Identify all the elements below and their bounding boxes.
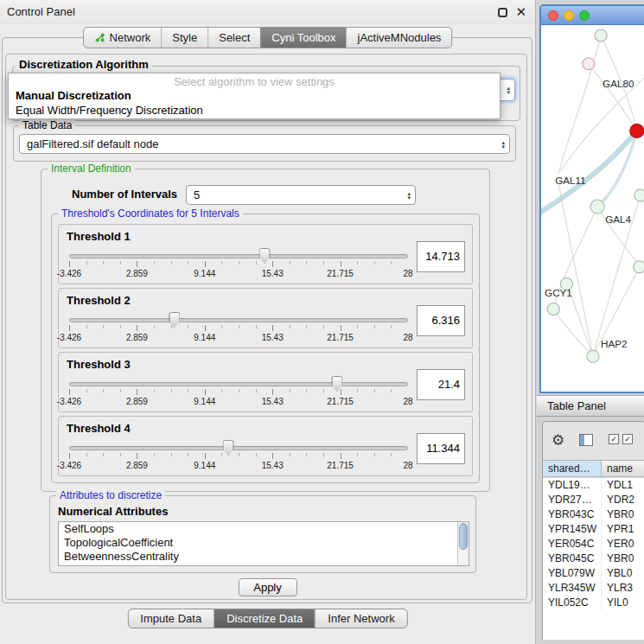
node[interactable] — [595, 29, 607, 41]
cell[interactable]: YBL079W — [543, 566, 602, 581]
tab-impute-data[interactable]: Impute Data — [128, 609, 214, 628]
threshold-3-slider[interactable]: -3.426 2.859 9.144 15.43 21.715 28 — [69, 375, 408, 411]
checkbox-select-all-icon[interactable]: ✓ — [622, 434, 633, 444]
attributes-group-title: Attributes to discretize — [56, 489, 165, 501]
cell[interactable]: YIL0 — [602, 596, 644, 610]
dropdown-option-equal-width[interactable]: Equal Width/Frequency Discretization — [16, 104, 203, 117]
scrollbar-thumb[interactable] — [459, 523, 468, 550]
table-panel-window: ⚙ ✓ ✓ shared… name YDL19…YDL1 YDR27…YDR2… — [542, 421, 644, 640]
tab-infer-network[interactable]: Infer Network — [315, 609, 406, 628]
scale-label: 21.715 — [327, 461, 354, 470]
table-row[interactable]: YBL079WYBL0 — [543, 566, 644, 581]
table-row[interactable]: YLR345WYLR3 — [543, 581, 644, 596]
cell[interactable]: YDR2 — [602, 493, 644, 507]
dropdown-option-manual[interactable]: Manual Discretization — [16, 89, 131, 102]
cell[interactable]: YBL0 — [602, 566, 644, 581]
number-of-intervals-combobox[interactable]: 5 ▴▾ — [186, 185, 416, 205]
cell[interactable]: YPR145W — [543, 522, 602, 537]
node-label: GAL4 — [605, 214, 631, 225]
apply-button[interactable]: Apply — [239, 578, 297, 596]
cell[interactable]: YBR045C — [543, 552, 602, 566]
list-item[interactable]: TopologicalCoefficient — [59, 536, 469, 550]
node[interactable] — [587, 350, 599, 362]
cell[interactable]: YDL1 — [602, 478, 644, 493]
node[interactable] — [634, 189, 644, 201]
float-window-icon[interactable] — [498, 8, 507, 17]
network-view-window: GAL80 GAL11 GAL4 GCY1 HAP2 — [539, 4, 644, 393]
threshold-1-slider[interactable]: -3.426 2.859 9.144 15.43 21.715 28 — [69, 247, 408, 284]
control-panel-titlebar: Control Panel ✕ — [0, 0, 535, 24]
node[interactable] — [583, 58, 595, 70]
table-row[interactable]: YDR27…YDR2 — [543, 493, 644, 507]
table-row[interactable]: YBR045CYBR0 — [543, 552, 644, 566]
scale-label: 2.859 — [126, 269, 148, 278]
node-label: GAL80 — [603, 79, 634, 89]
network-icon — [94, 32, 105, 43]
tab-jactivemnodules[interactable]: jActiveMNodules — [347, 28, 452, 48]
node[interactable] — [634, 261, 644, 273]
show-columns-icon[interactable] — [579, 434, 593, 446]
network-window-titlebar[interactable] — [541, 6, 644, 25]
threshold-3-value-field[interactable]: 21.4 — [417, 369, 465, 400]
cell[interactable]: YER0 — [602, 537, 644, 552]
network-canvas[interactable]: GAL80 GAL11 GAL4 GCY1 HAP2 — [541, 25, 644, 392]
screen: Control Panel ✕ Network Style Select — [0, 0, 644, 644]
selected-node[interactable] — [630, 124, 644, 137]
cell[interactable]: YDR27… — [543, 493, 602, 507]
cell[interactable]: YER054C — [543, 537, 602, 552]
tab-cyni-toolbox[interactable]: Cyni Toolbox — [260, 28, 346, 48]
list-item[interactable]: SelfLoops — [59, 522, 469, 536]
cell[interactable]: YLR3 — [602, 581, 644, 596]
cell[interactable]: YIL052C — [543, 596, 602, 610]
minimize-traffic-light[interactable] — [564, 10, 574, 21]
column-header-name[interactable]: name — [602, 461, 644, 476]
cell[interactable]: YBR043C — [543, 507, 602, 522]
table-row[interactable]: YIL052CYIL0 — [543, 596, 644, 610]
close-traffic-light[interactable] — [548, 10, 558, 21]
threshold-4-value-field[interactable]: 11.344 — [417, 433, 465, 464]
table-row[interactable]: YBR043CYBR0 — [543, 507, 644, 522]
slider-scale-labels: -3.426 2.859 9.144 15.43 21.715 28 — [69, 333, 408, 343]
table-data-combobox[interactable]: galFiltered.sif default node ▴▾ — [19, 134, 510, 154]
threshold-2-value-field[interactable]: 6.316 — [417, 305, 465, 336]
scale-label: -3.426 — [57, 397, 81, 406]
slider-track[interactable] — [69, 254, 408, 258]
tab-discretize-data[interactable]: Discretize Data — [214, 609, 315, 628]
cell[interactable]: YPR1 — [602, 522, 644, 537]
zoom-traffic-light[interactable] — [579, 10, 590, 21]
table-row[interactable]: YPR145WYPR1 — [543, 522, 644, 537]
cell[interactable]: YBR0 — [602, 552, 644, 566]
slider-major-ticks — [69, 325, 408, 331]
table-row[interactable]: YER054CYER0 — [543, 537, 644, 552]
threshold-2-slider[interactable]: -3.426 2.859 9.144 15.43 21.715 28 — [69, 311, 408, 348]
checkbox-select-icon[interactable]: ✓ — [609, 434, 619, 444]
slider-scale-labels: -3.426 2.859 9.144 15.43 21.715 28 — [69, 269, 408, 279]
table-row[interactable]: YDL19…YDL1 — [543, 478, 644, 493]
stepper-icon: ▴▾ — [501, 140, 505, 149]
slider-major-ticks — [69, 389, 408, 395]
node-label: GAL11 — [555, 175, 585, 186]
node[interactable] — [590, 200, 604, 214]
threshold-1-value-field[interactable]: 14.713 — [417, 241, 465, 272]
tab-style[interactable]: Style — [161, 28, 207, 48]
close-icon[interactable]: ✕ — [515, 4, 526, 20]
table-data-value: galFiltered.sif default node — [27, 137, 158, 150]
scale-label: 9.144 — [194, 397, 215, 406]
list-scrollbar[interactable] — [457, 522, 469, 565]
slider-track[interactable] — [69, 318, 408, 322]
threshold-4-slider[interactable]: -3.426 2.859 9.144 15.43 21.715 28 — [69, 439, 408, 475]
cell[interactable]: YDL19… — [543, 478, 602, 493]
slider-track[interactable] — [69, 382, 408, 386]
node[interactable] — [547, 303, 559, 315]
cell[interactable]: YBR0 — [602, 507, 644, 522]
cell[interactable]: YLR345W — [543, 581, 602, 596]
slider-track[interactable] — [69, 446, 408, 450]
gear-icon[interactable]: ⚙ — [552, 431, 564, 450]
scale-label: 2.859 — [126, 333, 148, 342]
list-item[interactable]: BetweennessCentrality — [59, 550, 469, 564]
table-panel-header[interactable]: Table Panel — [537, 395, 644, 417]
tab-select[interactable]: Select — [207, 28, 260, 48]
column-header-shared-name[interactable]: shared… — [543, 461, 602, 476]
scale-label: -3.426 — [57, 461, 81, 470]
tab-network[interactable]: Network — [84, 28, 162, 48]
